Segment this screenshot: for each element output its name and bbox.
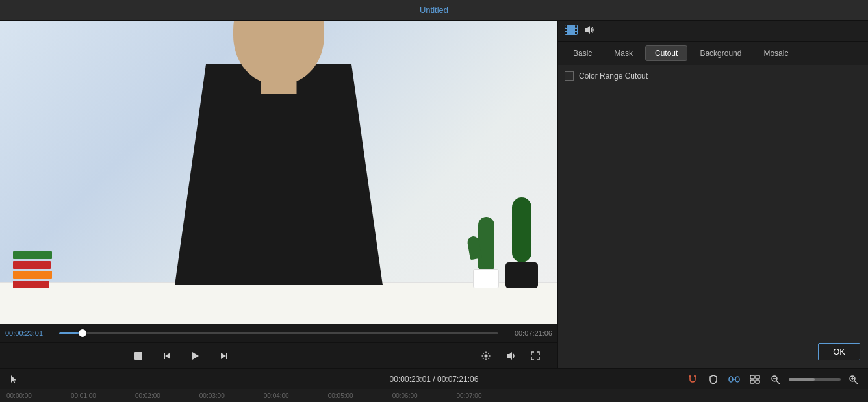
book-3 — [13, 271, 52, 279]
right-controls — [477, 347, 544, 365]
color-range-cutout-label: Color Range Cutout — [579, 71, 648, 81]
svg-rect-22 — [750, 375, 754, 379]
step-forward-button[interactable] — [215, 347, 233, 365]
svg-marker-3 — [192, 352, 199, 360]
cursor-tool-button[interactable] — [6, 371, 22, 387]
svg-rect-9 — [565, 25, 567, 28]
zoom-slider[interactable] — [789, 378, 841, 381]
controls-inner — [0, 347, 557, 365]
color-range-cutout-checkbox[interactable] — [565, 71, 574, 81]
svg-marker-4 — [221, 353, 226, 359]
zoom-fill — [789, 378, 815, 381]
svg-line-27 — [776, 381, 780, 384]
time-total: 00:07:21:06 — [504, 329, 552, 337]
volume-button[interactable] — [502, 347, 520, 365]
controls-center — [129, 347, 233, 365]
tabs-row: Basic Mask Cutout Background Mosaic — [558, 42, 868, 65]
status-bar: 00:00:23:01 / 00:07:21:06 — [0, 368, 868, 389]
tick-6: 00:06:00 — [392, 392, 418, 399]
main-area: 00:00:23:01 00:07:21:06 — [0, 21, 868, 368]
plants-area — [473, 197, 538, 288]
svg-rect-13 — [575, 29, 577, 31]
tick-3: 00:03:00 — [199, 392, 225, 399]
cactus-pot-1 — [473, 217, 499, 288]
ok-button-row: OK — [558, 338, 868, 368]
expand-icon-button[interactable] — [747, 371, 763, 387]
film-icon — [565, 25, 578, 38]
tick-5: 00:05:00 — [328, 392, 353, 399]
timeline-ticks: 00:00:00 00:01:00 00:02:00 00:03:00 00:0… — [6, 392, 482, 399]
time-current: 00:00:23:01 — [5, 329, 54, 337]
svg-rect-11 — [565, 32, 567, 34]
tab-cutout[interactable]: Cutout — [645, 45, 687, 61]
svg-rect-23 — [756, 375, 760, 379]
tick-4: 00:04:00 — [264, 392, 289, 399]
tick-0: 00:00:00 — [6, 392, 32, 399]
svg-rect-12 — [575, 25, 577, 28]
svg-rect-10 — [565, 29, 567, 31]
cactus-pot-2 — [505, 197, 538, 288]
books-stack — [13, 251, 52, 288]
svg-rect-24 — [750, 380, 754, 383]
shield-icon-button[interactable] — [706, 371, 721, 387]
person-neck — [261, 74, 297, 94]
cactus-pot-body-2 — [505, 262, 538, 288]
zoom-in-button[interactable] — [846, 371, 862, 387]
video-panel: 00:00:23:01 00:07:21:06 — [0, 21, 557, 368]
svg-point-6 — [484, 354, 487, 357]
book-2 — [13, 261, 51, 269]
tab-background[interactable]: Background — [690, 45, 751, 61]
stop-button[interactable] — [129, 347, 147, 365]
svg-rect-14 — [575, 32, 577, 34]
zoom-out-button[interactable] — [768, 371, 784, 387]
controls-bar — [0, 342, 557, 368]
video-frame — [0, 21, 557, 324]
right-panel-body: Color Range Cutout OK — [558, 65, 868, 368]
cactus-plant-1 — [478, 217, 494, 269]
fullscreen-button[interactable] — [526, 347, 544, 365]
color-range-cutout-row: Color Range Cutout — [565, 71, 862, 81]
right-panel: Basic Mask Cutout Background Mosaic Colo… — [557, 21, 868, 368]
svg-rect-25 — [756, 380, 760, 383]
tab-mosaic[interactable]: Mosaic — [754, 45, 798, 61]
panel-content-area: Color Range Cutout — [558, 65, 868, 338]
tick-2: 00:02:00 — [135, 392, 160, 399]
tick-1: 00:01:00 — [71, 392, 96, 399]
svg-marker-7 — [507, 352, 512, 360]
panel-header — [558, 21, 868, 42]
tab-basic[interactable]: Basic — [563, 45, 602, 61]
video-container — [0, 21, 557, 324]
svg-marker-15 — [585, 26, 590, 34]
person-body — [175, 64, 383, 285]
svg-rect-0 — [134, 352, 142, 360]
play-button[interactable] — [186, 347, 205, 365]
svg-rect-2 — [164, 353, 165, 359]
link-icon-button[interactable] — [726, 371, 742, 387]
svg-line-30 — [854, 381, 858, 384]
status-left — [0, 371, 22, 387]
timeline-area: 00:00:00 00:01:00 00:02:00 00:03:00 00:0… — [0, 389, 868, 402]
cactus-pot-body-1 — [473, 269, 499, 288]
magnet-icon-button[interactable] — [685, 371, 700, 387]
book-1 — [13, 251, 52, 259]
window-title: Untitled — [420, 5, 448, 15]
progress-thumb[interactable] — [79, 329, 86, 337]
ok-button[interactable]: OK — [818, 343, 860, 360]
svg-marker-16 — [11, 375, 16, 383]
progress-track[interactable] — [59, 332, 498, 334]
step-back-button[interactable] — [158, 347, 176, 365]
cactus-plant-2 — [512, 197, 531, 262]
svg-marker-1 — [165, 353, 170, 359]
progress-area: 00:00:23:01 00:07:21:06 — [0, 324, 557, 342]
tab-mask[interactable]: Mask — [604, 45, 643, 61]
svg-rect-5 — [226, 353, 227, 359]
tick-7: 00:07:00 — [457, 392, 482, 399]
sound-icon — [584, 25, 594, 36]
title-bar: Untitled — [0, 0, 868, 21]
book-4 — [13, 281, 49, 288]
settings-button[interactable] — [477, 347, 495, 365]
status-right — [685, 371, 868, 387]
status-center-time: 00:00:23:01 / 00:07:21:06 — [390, 375, 479, 384]
